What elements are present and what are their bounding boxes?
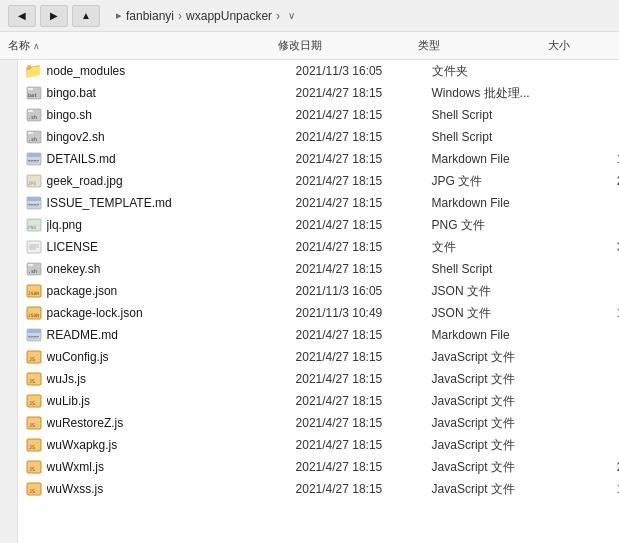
svg-rect-26 (28, 264, 33, 266)
col-size-header[interactable]: 大小 (544, 38, 614, 53)
svg-rect-16 (27, 197, 41, 201)
table-row[interactable]: .sh bingov2.sh2021/4/27 18:15Shell Scrip… (18, 126, 619, 148)
file-size-label: 1 (562, 482, 619, 496)
svg-text:JS: JS (29, 444, 35, 450)
svg-text:.sh: .sh (28, 114, 37, 120)
table-row[interactable]: JSON package.json2021/11/3 16:05JSON 文件 (18, 280, 619, 302)
file-type-label: JavaScript 文件 (432, 437, 562, 454)
file-date-label: 2021/4/27 18:15 (292, 416, 432, 430)
breadcrumb-part2[interactable]: wxappUnpacker (186, 9, 272, 23)
file-date-label: 2021/4/27 18:15 (292, 240, 432, 254)
file-name-cell: ==== ---- ISSUE_TEMPLATE.md (22, 195, 292, 211)
png-icon: PNG (26, 217, 42, 233)
file-size-label: 1 (562, 152, 619, 166)
column-headers: 名称 ∧ 修改日期 类型 大小 (0, 32, 619, 60)
svg-text:----: ---- (28, 160, 38, 165)
file-type-label: 文件夹 (432, 63, 562, 80)
side-nav (0, 60, 18, 543)
table-row[interactable]: PNG jlq.png2021/4/27 18:15PNG 文件 (18, 214, 619, 236)
file-date-label: 2021/4/27 18:15 (292, 328, 432, 342)
file-type-label: 文件 (432, 239, 562, 256)
svg-text:bat: bat (28, 92, 37, 98)
table-row[interactable]: JS wuConfig.js2021/4/27 18:15JavaScript … (18, 346, 619, 368)
file-name-label: bingo.bat (47, 86, 96, 100)
svg-text:JSON: JSON (28, 291, 39, 296)
svg-text:----: ---- (28, 336, 38, 341)
table-row[interactable]: bat bingo.bat2021/4/27 18:15Windows 批处理.… (18, 82, 619, 104)
file-name-cell: JS wuWxapkg.js (22, 437, 292, 453)
table-row[interactable]: JSON package-lock.json2021/11/3 10:49JSO… (18, 302, 619, 324)
col-type-header[interactable]: 类型 (414, 38, 544, 53)
nav-forward-button[interactable]: ▶ (40, 5, 68, 27)
file-name-cell: .sh bingov2.sh (22, 129, 292, 145)
table-row[interactable]: JS wuWxapkg.js2021/4/27 18:15JavaScript … (18, 434, 619, 456)
file-date-label: 2021/4/27 18:15 (292, 218, 432, 232)
file-list-panel: 📁node_modules2021/11/3 16:05文件夹 bat bing… (0, 60, 619, 543)
breadcrumb-dropdown-icon[interactable]: ∨ (288, 10, 295, 21)
file-type-label: JavaScript 文件 (432, 415, 562, 432)
file-type-label: Shell Script (432, 262, 562, 276)
file-name-label: bingov2.sh (47, 130, 105, 144)
file-name-cell: JS wuWxml.js (22, 459, 292, 475)
nav-up-button[interactable]: ▲ (72, 5, 100, 27)
table-row[interactable]: JS wuLib.js2021/4/27 18:15JavaScript 文件 (18, 390, 619, 412)
svg-rect-4 (28, 110, 33, 112)
file-name-label: wuConfig.js (47, 350, 109, 364)
table-row[interactable]: JS wuJs.js2021/4/27 18:15JavaScript 文件 (18, 368, 619, 390)
title-bar: ◀ ▶ ▲ ▸ fanbianyi › wxappUnpacker › ∨ (0, 0, 619, 32)
file-name-label: jlq.png (47, 218, 82, 232)
file-type-label: JSON 文件 (432, 305, 562, 322)
nav-back-button[interactable]: ◀ (8, 5, 36, 27)
file-type-label: JSON 文件 (432, 283, 562, 300)
file-name-cell: .sh onekey.sh (22, 261, 292, 277)
file-name-cell: ==== ---- DETAILS.md (22, 151, 292, 167)
file-name-label: LICENSE (47, 240, 98, 254)
file-type-label: Shell Script (432, 130, 562, 144)
col-name-header[interactable]: 名称 ∧ (4, 38, 274, 53)
table-row[interactable]: ==== ---- ISSUE_TEMPLATE.md2021/4/27 18:… (18, 192, 619, 214)
breadcrumb-part1[interactable]: fanbianyi (126, 9, 174, 23)
jpg-icon: JPG (26, 173, 42, 189)
file-name-cell: PNG jlq.png (22, 217, 292, 233)
js-icon: JS (26, 393, 42, 409)
table-row[interactable]: JS wuWxss.js2021/4/27 18:15JavaScript 文件… (18, 478, 619, 500)
svg-text:.sh: .sh (28, 268, 37, 274)
table-row[interactable]: .sh onekey.sh2021/4/27 18:15Shell Script (18, 258, 619, 280)
file-name-cell: JSON package-lock.json (22, 305, 292, 321)
file-date-label: 2021/4/27 18:15 (292, 262, 432, 276)
file-name-cell: JS wuLib.js (22, 393, 292, 409)
sh-icon: .sh (26, 261, 42, 277)
file-size-label: 2 (562, 460, 619, 474)
file-date-label: 2021/4/27 18:15 (292, 372, 432, 386)
file-name-cell: JS wuWxss.js (22, 481, 292, 497)
col-date-header[interactable]: 修改日期 (274, 38, 414, 53)
table-row[interactable]: JPG geek_road.jpg2021/4/27 18:15JPG 文件2 (18, 170, 619, 192)
file-date-label: 2021/4/27 18:15 (292, 196, 432, 210)
svg-rect-1 (28, 88, 33, 90)
file-type-label: Markdown File (432, 196, 562, 210)
file-name-cell: 📁node_modules (22, 63, 292, 79)
table-row[interactable]: .sh bingo.sh2021/4/27 18:15Shell Script (18, 104, 619, 126)
table-row[interactable]: JS wuWxml.js2021/4/27 18:15JavaScript 文件… (18, 456, 619, 478)
file-name-label: node_modules (47, 64, 126, 78)
svg-text:JS: JS (29, 378, 35, 384)
file-type-label: Markdown File (432, 328, 562, 342)
js-icon: JS (26, 481, 42, 497)
md-icon: ==== ---- (26, 151, 42, 167)
file-date-label: 2021/11/3 10:49 (292, 306, 432, 320)
folder-icon: 📁 (26, 63, 42, 79)
svg-text:JS: JS (29, 422, 35, 428)
file-name-label: package-lock.json (47, 306, 143, 320)
svg-text:JS: JS (29, 466, 35, 472)
table-row[interactable]: ==== ---- DETAILS.md2021/4/27 18:15Markd… (18, 148, 619, 170)
table-row[interactable]: ==== ---- README.md2021/4/27 18:15Markdo… (18, 324, 619, 346)
json-icon: JSON (26, 283, 42, 299)
file-name-label: geek_road.jpg (47, 174, 123, 188)
nav-buttons: ◀ ▶ ▲ (8, 5, 100, 27)
file-name-cell: JPG geek_road.jpg (22, 173, 292, 189)
table-row[interactable]: LICENSE2021/4/27 18:15文件3 (18, 236, 619, 258)
table-row[interactable]: 📁node_modules2021/11/3 16:05文件夹 (18, 60, 619, 82)
breadcrumb-root: ▸ (116, 9, 122, 22)
svg-text:JPG: JPG (28, 181, 36, 186)
table-row[interactable]: JS wuRestoreZ.js2021/4/27 18:15JavaScrip… (18, 412, 619, 434)
